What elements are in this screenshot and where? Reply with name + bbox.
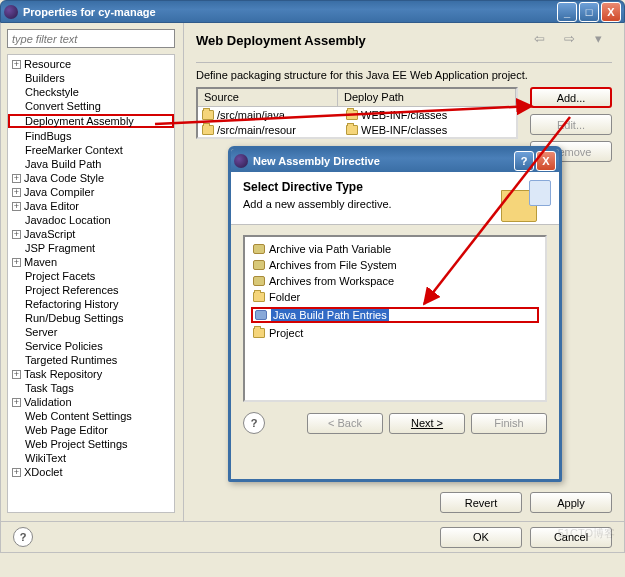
tree-item-label: Maven <box>24 256 57 268</box>
folder-icon <box>202 125 214 135</box>
tree-item-label: Web Content Settings <box>25 410 132 422</box>
wizard-banner-icon <box>501 178 553 222</box>
tree-item-java-code-style[interactable]: +Java Code Style <box>8 171 174 185</box>
tree-item-maven[interactable]: +Maven <box>8 255 174 269</box>
tree-item-label: Project Facets <box>25 270 95 282</box>
folder-icon <box>346 110 358 120</box>
directive-folder[interactable]: Folder <box>247 289 543 305</box>
tree-item-freemarker-context[interactable]: FreeMarker Context <box>8 143 174 157</box>
ok-button[interactable]: OK <box>440 527 522 548</box>
tree-item-web-project-settings[interactable]: Web Project Settings <box>8 437 174 451</box>
apply-button[interactable]: Apply <box>530 492 612 513</box>
next-button[interactable]: Next > <box>389 413 465 434</box>
tree-item-label: Resource <box>24 58 71 70</box>
tree-item-label: JavaScript <box>24 228 75 240</box>
tree-item-label: Task Repository <box>24 368 102 380</box>
tree-item-builders[interactable]: Builders <box>8 71 174 85</box>
expand-icon[interactable]: + <box>12 398 21 407</box>
directive-list[interactable]: Archive via Path VariableArchives from F… <box>243 235 547 402</box>
tree-item-label: Checkstyle <box>25 86 79 98</box>
expand-icon[interactable]: + <box>12 60 21 69</box>
cell-source: /src/main/resour <box>217 124 296 136</box>
new-assembly-dialog: New Assembly Directive ? X Select Direct… <box>228 146 562 482</box>
tree-item-validation[interactable]: +Validation <box>8 395 174 409</box>
tree-item-label: Task Tags <box>25 382 74 394</box>
cell-source: /src/main/java <box>217 109 285 121</box>
directive-archives-from-workspace[interactable]: Archives from Workspace <box>247 273 543 289</box>
tree-item-project-facets[interactable]: Project Facets <box>8 269 174 283</box>
tree-item-jsp-fragment[interactable]: JSP Fragment <box>8 241 174 255</box>
jar-icon <box>253 260 265 270</box>
minimize-button[interactable]: _ <box>557 2 577 22</box>
tree-item-web-content-settings[interactable]: Web Content Settings <box>8 409 174 423</box>
tree-item-targeted-runtimes[interactable]: Targeted Runtimes <box>8 353 174 367</box>
finish-button[interactable]: Finish <box>471 413 547 434</box>
tree-item-label: Java Editor <box>24 200 79 212</box>
directive-label: Archives from File System <box>269 259 397 271</box>
close-button[interactable]: X <box>601 2 621 22</box>
filter-input[interactable] <box>7 29 175 48</box>
expand-icon[interactable]: + <box>12 202 21 211</box>
tree-item-javascript[interactable]: +JavaScript <box>8 227 174 241</box>
tree-item-task-repository[interactable]: +Task Repository <box>8 367 174 381</box>
tree-item-resource[interactable]: +Resource <box>8 57 174 71</box>
tree-item-java-build-path[interactable]: Java Build Path <box>8 157 174 171</box>
expand-icon[interactable]: + <box>12 258 21 267</box>
table-row[interactable]: /src/main/javaWEB-INF/classes <box>198 107 516 122</box>
expand-icon[interactable]: + <box>12 468 21 477</box>
add-button[interactable]: Add... <box>530 87 612 108</box>
tree-item-javadoc-location[interactable]: Javadoc Location <box>8 213 174 227</box>
tree-item-refactoring-history[interactable]: Refactoring History <box>8 297 174 311</box>
tree-item-service-policies[interactable]: Service Policies <box>8 339 174 353</box>
tree-item-deployment-assembly[interactable]: Deployment Assembly <box>8 114 174 128</box>
category-tree[interactable]: +ResourceBuildersCheckstyleConvert Setti… <box>7 54 175 513</box>
cell-deploy: WEB-INF/classes <box>361 124 447 136</box>
edit-button[interactable]: Edit... <box>530 114 612 135</box>
tree-item-label: Server <box>25 326 57 338</box>
directive-label: Archives from Workspace <box>269 275 394 287</box>
table-row[interactable]: /src/main/resourWEB-INF/classes <box>198 122 516 137</box>
main-titlebar: Properties for cy-manage _ □ X <box>0 0 625 23</box>
directive-java-build-path-entries[interactable]: Java Build Path Entries <box>251 307 539 323</box>
expand-icon[interactable]: + <box>12 188 21 197</box>
directive-label: Java Build Path Entries <box>271 309 389 321</box>
tree-item-task-tags[interactable]: Task Tags <box>8 381 174 395</box>
tree-item-checkstyle[interactable]: Checkstyle <box>8 85 174 99</box>
maximize-button[interactable]: □ <box>579 2 599 22</box>
help-icon[interactable]: ? <box>13 527 33 547</box>
tree-item-convert-setting[interactable]: Convert Setting <box>8 99 174 113</box>
tree-item-server[interactable]: Server <box>8 325 174 339</box>
expand-icon[interactable]: + <box>12 230 21 239</box>
dialog-sub: Add a new assembly directive. <box>243 198 499 210</box>
folder-icon <box>202 110 214 120</box>
dialog-close-button[interactable]: X <box>536 151 556 171</box>
col-source[interactable]: Source <box>198 89 338 106</box>
expand-icon[interactable]: + <box>12 174 21 183</box>
expand-icon[interactable]: + <box>12 370 21 379</box>
col-deploy[interactable]: Deploy Path <box>338 89 516 106</box>
tree-item-wikitext[interactable]: WikiText <box>8 451 174 465</box>
window-title: Properties for cy-manage <box>23 6 156 18</box>
dialog-help-button[interactable]: ? <box>514 151 534 171</box>
tree-item-web-page-editor[interactable]: Web Page Editor <box>8 423 174 437</box>
tree-item-label: Validation <box>24 396 72 408</box>
revert-button[interactable]: Revert <box>440 492 522 513</box>
directive-archive-via-path-variable[interactable]: Archive via Path Variable <box>247 241 543 257</box>
assembly-table[interactable]: Source Deploy Path /src/main/javaWEB-INF… <box>196 87 518 139</box>
tree-item-run-debug-settings[interactable]: Run/Debug Settings <box>8 311 174 325</box>
back-button[interactable]: < Back <box>307 413 383 434</box>
tree-item-java-compiler[interactable]: +Java Compiler <box>8 185 174 199</box>
tree-item-xdoclet[interactable]: +XDoclet <box>8 465 174 479</box>
tree-item-project-references[interactable]: Project References <box>8 283 174 297</box>
tree-item-label: Refactoring History <box>25 298 119 310</box>
tree-item-findbugs[interactable]: FindBugs <box>8 129 174 143</box>
folder-icon <box>346 125 358 135</box>
folder-icon <box>253 292 265 302</box>
directive-archives-from-file-system[interactable]: Archives from File System <box>247 257 543 273</box>
eclipse-icon <box>234 154 248 168</box>
directive-project[interactable]: Project <box>247 325 543 341</box>
left-panel: +ResourceBuildersCheckstyleConvert Setti… <box>1 23 184 521</box>
tree-item-java-editor[interactable]: +Java Editor <box>8 199 174 213</box>
dialog-help-icon[interactable]: ? <box>243 412 265 434</box>
nav-arrows[interactable]: ⇦ ⇨ ▾ <box>534 31 610 46</box>
